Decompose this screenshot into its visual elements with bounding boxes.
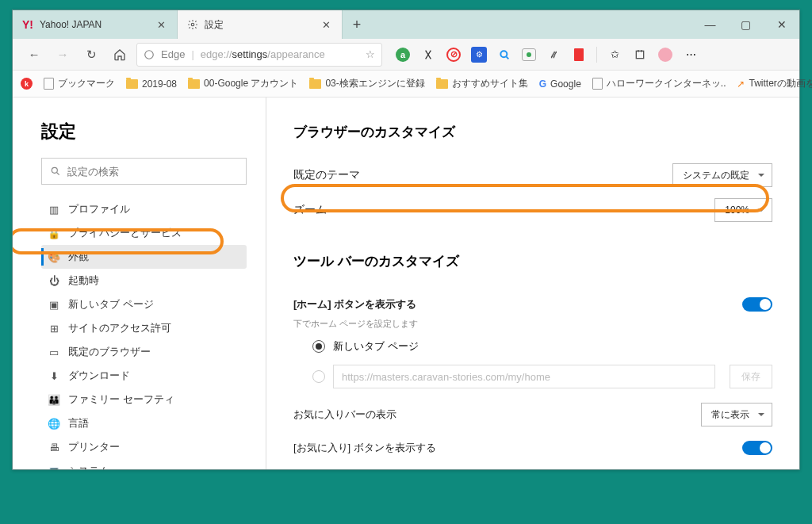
sidebar-item-permissions[interactable]: ⊞サイトのアクセス許可: [41, 316, 247, 340]
favbar-select[interactable]: 常に表示: [701, 403, 772, 426]
zoom-select[interactable]: 100%: [714, 198, 772, 222]
collection-row: [コレクション] ボタンの表示: [293, 466, 772, 469]
content-area: 設定 ▥プロファイル 🔒プライバシーとサービス 🎨外観 ⏻起動時 ▣新しいタブ …: [13, 98, 799, 469]
favorite-icon[interactable]: ☆: [366, 48, 375, 60]
sidebar-item-newtab[interactable]: ▣新しいタブ ページ: [41, 293, 247, 316]
printer-icon: 🖶: [48, 442, 60, 453]
sidebar-item-profile[interactable]: ▥プロファイル: [41, 197, 247, 221]
sidebar-item-appearance[interactable]: 🎨外観: [41, 245, 247, 269]
google-icon: G: [539, 78, 546, 90]
sidebar-item-system[interactable]: 💻システム: [41, 459, 247, 469]
save-button[interactable]: 保存: [730, 365, 772, 388]
tab-icon: ▣: [48, 299, 60, 311]
tab-yahoo[interactable]: Y! Yahoo! JAPAN ✕: [13, 10, 178, 39]
twitter-icon: ↗: [737, 78, 745, 90]
theme-select[interactable]: システムの既定: [672, 163, 772, 187]
ext-icon[interactable]: [420, 47, 436, 63]
close-icon[interactable]: ✕: [154, 17, 169, 33]
bookmark-item[interactable]: 00-Google アカウント: [188, 77, 298, 90]
browser-icon: ▭: [48, 346, 60, 358]
folder-icon: [126, 79, 138, 89]
sidebar-item-family[interactable]: 👪ファミリー セーフティ: [41, 388, 247, 411]
power-icon: ⏻: [48, 275, 60, 287]
favbtn-row: [お気に入り] ボタンを表示する: [293, 433, 772, 463]
favbar-row: お気に入りバーの表示 常に表示: [293, 400, 772, 430]
language-icon: 🌐: [48, 418, 60, 430]
tab-settings[interactable]: 設定 ✕: [178, 10, 343, 39]
svg-rect-3: [636, 51, 643, 58]
bookmark-item[interactable]: おすすめサイト集: [436, 77, 528, 90]
minimize-button[interactable]: —: [692, 10, 728, 39]
menu-button[interactable]: ⋯: [683, 47, 699, 63]
favbtn-label: [お気に入り] ボタンを表示する: [293, 441, 436, 455]
ext-icon[interactable]: a: [395, 47, 411, 63]
browser-window: Y! Yahoo! JAPAN ✕ 設定 ✕ + — ▢ ✕ ← → ↻ Edg…: [12, 10, 800, 470]
ext-icon[interactable]: [522, 48, 536, 61]
ext-icon[interactable]: [496, 47, 512, 63]
extension-bar: a ⊘ ⚙ ⫽ ✩ ⋯: [395, 47, 699, 63]
bookmark-item[interactable]: 2019-08: [126, 78, 177, 90]
palette-icon: 🎨: [48, 251, 60, 263]
lock-icon: 🔒: [48, 228, 60, 239]
search-input[interactable]: [67, 166, 238, 178]
sidebar-item-language[interactable]: 🌐言語: [41, 411, 247, 435]
sidebar-item-default[interactable]: ▭既定のブラウザー: [41, 340, 247, 364]
ext-icon[interactable]: ⊘: [446, 47, 462, 63]
tab-bar: Y! Yahoo! JAPAN ✕ 設定 ✕ + — ▢ ✕: [13, 10, 799, 39]
radio-icon: [312, 370, 325, 383]
sidebar-item-privacy[interactable]: 🔒プライバシーとサービス: [41, 221, 247, 245]
radio-url[interactable]: https://masters.caravan-stories.com/my/h…: [293, 365, 772, 388]
favbtn-toggle[interactable]: [742, 441, 772, 455]
close-button[interactable]: ✕: [764, 10, 799, 39]
ext-icon[interactable]: ⫽: [546, 47, 561, 63]
settings-search[interactable]: [41, 158, 247, 185]
download-icon: ⬇: [48, 370, 60, 382]
folder-icon: [309, 79, 321, 89]
ext-icon[interactable]: ⚙: [471, 47, 487, 63]
address-bar[interactable]: Edge | edge://settings/appearance ☆: [136, 43, 382, 67]
favorites-icon[interactable]: ✩: [607, 47, 622, 63]
collections-icon[interactable]: [632, 47, 648, 63]
close-icon[interactable]: ✕: [319, 17, 334, 33]
home-button[interactable]: [108, 43, 132, 67]
svg-point-4: [52, 167, 57, 173]
radio-newtab[interactable]: 新しいタブ ページ: [293, 339, 772, 354]
folder-icon: [188, 79, 200, 89]
sidebar-item-printer[interactable]: 🖶プリンター: [41, 435, 247, 459]
home-button-toggle[interactable]: [742, 297, 772, 312]
svg-point-0: [191, 23, 194, 26]
homepage-url-input[interactable]: https://masters.caravan-stories.com/my/h…: [333, 365, 715, 388]
tab-label: Yahoo! JAPAN: [40, 19, 102, 30]
bookmark-item[interactable]: ハローワークインターネッ..: [592, 77, 726, 90]
section-toolbar-customize: ツール バーのカスタマイズ: [293, 252, 772, 270]
tab-label: 設定: [205, 18, 224, 32]
new-tab-button[interactable]: +: [343, 10, 371, 39]
page-icon: [44, 78, 54, 90]
page-title: 設定: [41, 120, 247, 143]
theme-row: 既定のテーマ システムの既定: [293, 160, 772, 190]
permissions-icon: ⊞: [48, 323, 60, 335]
bookmark-item[interactable]: 03-検索エンジンに登録: [309, 77, 424, 90]
sidebar-item-downloads[interactable]: ⬇ダウンロード: [41, 364, 247, 388]
search-icon: [50, 166, 61, 177]
bookmark-item[interactable]: k: [21, 78, 33, 90]
theme-label: 既定のテーマ: [293, 168, 360, 182]
svg-point-2: [500, 51, 507, 57]
refresh-button[interactable]: ↻: [79, 43, 103, 67]
maximize-button[interactable]: ▢: [728, 10, 764, 39]
back-button[interactable]: ←: [22, 43, 46, 67]
home-button-row: [ホーム] ボタンを表示する: [293, 289, 772, 319]
system-icon: 💻: [48, 465, 60, 470]
edge-icon: [144, 49, 155, 60]
forward-button[interactable]: →: [51, 43, 75, 67]
ext-icon[interactable]: [571, 47, 587, 63]
profile-icon: ▥: [48, 204, 60, 216]
bookmark-item[interactable]: GGoogle: [539, 78, 581, 90]
settings-main: ブラウザーのカスタマイズ 既定のテーマ システムの既定 ズーム 100% ツール…: [266, 98, 799, 469]
sidebar-item-startup[interactable]: ⏻起動時: [41, 269, 247, 293]
bookmark-item[interactable]: ↗Twitterの動画を保存...: [737, 77, 812, 90]
url-text: edge://settings/appearance: [201, 48, 325, 60]
profile-icon[interactable]: [657, 47, 673, 63]
section-browser-customize: ブラウザーのカスタマイズ: [293, 123, 772, 141]
bookmark-item[interactable]: ブックマーク: [44, 77, 115, 90]
